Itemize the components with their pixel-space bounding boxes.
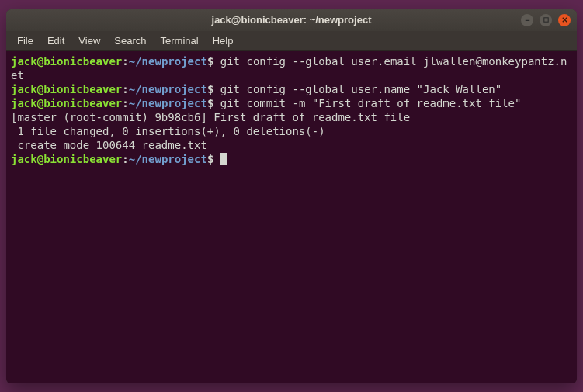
prompt-path: ~/newproject: [129, 55, 207, 68]
prompt-colon: :: [122, 97, 128, 109]
maximize-icon: [543, 16, 550, 23]
output-line: [master (root-commit) 9b98cb6] First dra…: [11, 111, 410, 123]
output-line: create mode 100644 readme.txt: [11, 139, 207, 151]
prompt-user: jack@bionicbeaver: [11, 97, 122, 109]
cursor: [220, 153, 227, 165]
command-line: git commit -m "First draft of readme.txt…: [213, 97, 521, 109]
minimize-button[interactable]: [521, 14, 533, 26]
minimize-icon: [524, 16, 531, 23]
titlebar[interactable]: jack@bionicbeaver: ~/newproject: [6, 9, 577, 31]
menubar: File Edit View Search Terminal Help: [6, 31, 577, 51]
terminal-window: jack@bionicbeaver: ~/newproject File Edi…: [6, 9, 577, 383]
maximize-button[interactable]: [540, 14, 552, 26]
menu-edit[interactable]: Edit: [41, 33, 71, 49]
terminal-content[interactable]: jack@bionicbeaver:~/newproject$ git conf…: [6, 51, 577, 383]
prompt-colon: :: [122, 83, 128, 95]
window-title: jack@bionicbeaver: ~/newproject: [212, 14, 372, 26]
window-controls: [521, 14, 571, 26]
output-line: 1 file changed, 0 insertions(+), 0 delet…: [11, 125, 325, 137]
prompt-user: jack@bionicbeaver: [11, 153, 122, 165]
command-line: git config --global user.name "Jack Wall…: [213, 83, 501, 95]
prompt-path: ~/newproject: [129, 83, 207, 95]
menu-terminal[interactable]: Terminal: [154, 33, 205, 49]
menu-view[interactable]: View: [72, 33, 106, 49]
menu-search[interactable]: Search: [108, 33, 152, 49]
command-line: [213, 153, 220, 165]
prompt-user: jack@bionicbeaver: [11, 83, 122, 95]
prompt-path: ~/newproject: [129, 153, 207, 165]
menu-help[interactable]: Help: [206, 33, 240, 49]
prompt-user: jack@bionicbeaver: [11, 55, 122, 68]
prompt-path: ~/newproject: [129, 97, 207, 109]
prompt-colon: :: [122, 153, 128, 165]
svg-rect-1: [543, 18, 547, 22]
prompt-colon: :: [122, 55, 128, 68]
menu-file[interactable]: File: [11, 33, 40, 49]
close-icon: [561, 16, 568, 23]
close-button[interactable]: [558, 14, 571, 26]
